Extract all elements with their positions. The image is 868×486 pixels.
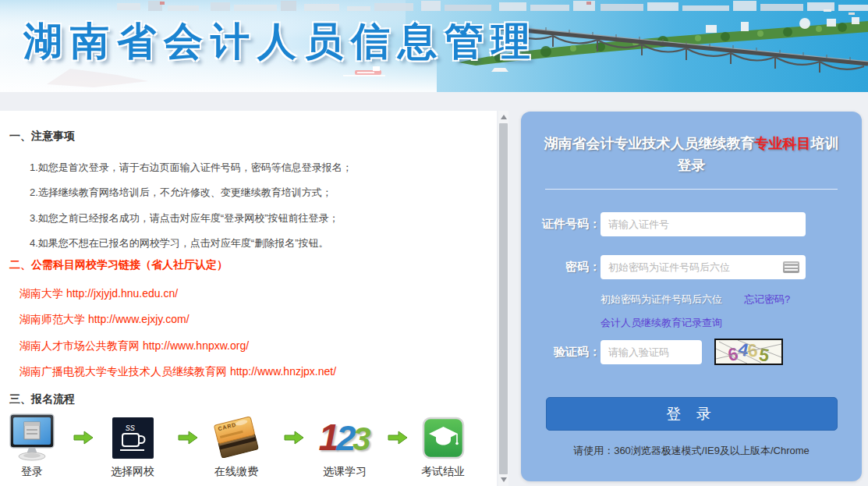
arrow-right-icon	[73, 431, 94, 448]
login-panel-title: 湖南省会计专业技术人员继续教育专业科目培训登录	[543, 133, 840, 176]
id-number-input[interactable]	[601, 212, 806, 236]
password-input[interactable]	[601, 255, 806, 279]
site-title: 湖南省会计人员信息管理	[23, 16, 538, 68]
header-banner: 湖南省会计人员信息管理	[0, 0, 868, 92]
captcha-input[interactable]	[601, 340, 702, 364]
monitor-icon	[6, 413, 58, 462]
step-label: 考试结业	[418, 465, 468, 479]
scroll-down-arrow-icon[interactable]	[501, 477, 507, 482]
step-login: 登录	[6, 413, 58, 479]
school-links-heading: 二、公需科目网校学习链接（省人社厅认定）	[9, 258, 228, 272]
captcha-noise	[716, 340, 781, 364]
scroll-up-arrow-icon[interactable]	[501, 115, 507, 119]
process-heading: 三、报名流程	[9, 392, 75, 406]
id-number-label: 证件号码：	[521, 217, 601, 232]
numbers-123-icon: 123	[318, 413, 371, 462]
step-label: 选择网校	[108, 465, 158, 479]
password-label: 密码：	[521, 260, 601, 275]
password-hint: 初始密码为证件号码后六位	[601, 293, 722, 307]
step-label: 登录	[6, 465, 58, 479]
bank-card-icon: CARD	[209, 413, 264, 462]
signup-steps: 登录 ss 选择网校	[0, 413, 497, 485]
arrow-right-icon	[284, 431, 304, 448]
left-panel-scrollbar[interactable]	[498, 111, 508, 486]
login-title-text-1: 湖南省会计专业技术人员继续教育	[544, 136, 755, 151]
keyboard-icon[interactable]	[783, 261, 799, 273]
step-pay-online: CARD 在线缴费	[209, 413, 264, 479]
login-panel: 湖南省会计专业技术人员继续教育专业科目培训登录 证件号码： 密码： 初始密码为证…	[521, 112, 862, 481]
browser-note: 请使用：360浏览器极速模式/IE9及以上版本/Chrome	[521, 444, 862, 458]
education-record-query-link[interactable]: 会计人员继续教育记录查询	[601, 317, 722, 328]
notices-heading: 一、注意事项	[9, 129, 75, 144]
link-hnzjpx[interactable]: 湖南广播电视大学专业技术人员继续教育网 http://www.hnzjpx.ne…	[19, 365, 336, 379]
svg-text:ss: ss	[126, 422, 135, 433]
info-panel: 一、注意事项 1.如您是首次登录，请于右边页面输入证件号码，密码等信息登录报名；…	[0, 111, 497, 486]
notice-item-4: 4.如果您不想在已报名的网校学习，点击对应年度“删除报名”按钮。	[30, 236, 329, 250]
step-label: 选课学习	[318, 465, 371, 479]
login-button[interactable]: 登 录	[546, 397, 838, 431]
arrow-right-icon	[178, 431, 198, 448]
link-hnpxw[interactable]: 湖南人才市场公共教育网 http://www.hnpxw.org/	[19, 339, 249, 353]
link-hunnu[interactable]: 湖南师范大学 http://www.ejxjy.com/	[19, 313, 190, 327]
page: 湖南省会计人员信息管理 一、注意事项 1.如您是首次登录，请于右边页面输入证件号…	[0, 0, 868, 486]
step-label: 在线缴费	[209, 465, 264, 479]
notice-item-3: 3.如您之前已经报名成功，请点击对应年度“登录网校”按钮前往登录；	[30, 211, 339, 225]
arrow-right-icon	[388, 431, 408, 448]
digit-3: 3	[353, 420, 370, 457]
divider	[545, 189, 838, 190]
notice-item-2: 2.选择继续教育网络培训后，不允许修改、变更继续教育培训方式；	[30, 186, 332, 200]
step-exam-completion: 考试结业	[418, 413, 468, 479]
login-title-highlight: 专业科目	[755, 136, 811, 151]
step-choose-courses: 123 选课学习	[318, 413, 371, 479]
captcha-label: 验证码：	[521, 345, 601, 360]
coffee-cup-icon: ss	[108, 413, 158, 462]
notice-item-1: 1.如您是首次登录，请于右边页面输入证件号码，密码等信息登录报名；	[30, 161, 353, 175]
captcha-image[interactable]: 6 4 6 5	[714, 339, 783, 365]
graduation-cap-icon	[418, 413, 468, 462]
forgot-password-link[interactable]: 忘记密码?	[744, 293, 790, 307]
link-hnu[interactable]: 湖南大学 http://jxjyjd.hnu.edu.cn/	[19, 287, 178, 301]
step-choose-school: ss 选择网校	[108, 413, 158, 479]
scrollbar-thumb[interactable]	[499, 123, 508, 474]
